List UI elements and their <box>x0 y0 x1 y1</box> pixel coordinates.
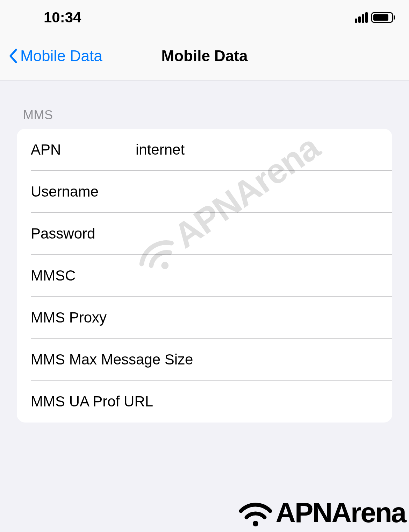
bottom-logo: APNArena <box>236 496 406 529</box>
label-mms-ua-prof: MMS UA Prof URL <box>31 393 378 410</box>
content: MMS APN Username Password MMSC MMS Proxy… <box>0 80 409 423</box>
battery-icon <box>371 12 395 23</box>
back-button[interactable]: Mobile Data <box>0 47 102 65</box>
row-mms-ua-prof[interactable]: MMS UA Prof URL <box>17 381 392 423</box>
back-label: Mobile Data <box>20 47 102 65</box>
row-mms-max-size[interactable]: MMS Max Message Size <box>17 339 392 381</box>
input-password[interactable] <box>136 225 378 242</box>
wifi-icon <box>236 496 275 529</box>
label-apn: APN <box>31 141 136 158</box>
settings-group-mms: APN Username Password MMSC MMS Proxy MMS… <box>17 129 392 423</box>
label-password: Password <box>31 225 136 242</box>
label-username: Username <box>31 183 136 200</box>
input-mms-proxy[interactable] <box>136 309 378 326</box>
label-mmsc: MMSC <box>31 267 136 284</box>
status-bar: 10:34 <box>0 0 409 31</box>
chevron-left-icon <box>8 48 17 64</box>
input-apn[interactable] <box>136 141 378 158</box>
row-mms-proxy[interactable]: MMS Proxy <box>17 297 392 339</box>
nav-bar: Mobile Data Mobile Data <box>0 31 409 80</box>
section-header-mms: MMS <box>17 80 392 129</box>
bottom-logo-text: APNArena <box>275 497 406 529</box>
svg-point-1 <box>253 521 258 526</box>
signal-icon <box>355 12 368 23</box>
input-username[interactable] <box>136 183 378 200</box>
label-mms-proxy: MMS Proxy <box>31 309 136 326</box>
row-username[interactable]: Username <box>17 171 392 213</box>
status-time: 10:34 <box>14 9 81 26</box>
row-password[interactable]: Password <box>17 213 392 255</box>
input-mmsc[interactable] <box>136 267 378 284</box>
row-apn[interactable]: APN <box>17 129 392 171</box>
status-right <box>355 12 395 23</box>
label-mms-max-size: MMS Max Message Size <box>31 351 378 368</box>
row-mmsc[interactable]: MMSC <box>17 255 392 297</box>
nav-title: Mobile Data <box>162 47 248 65</box>
